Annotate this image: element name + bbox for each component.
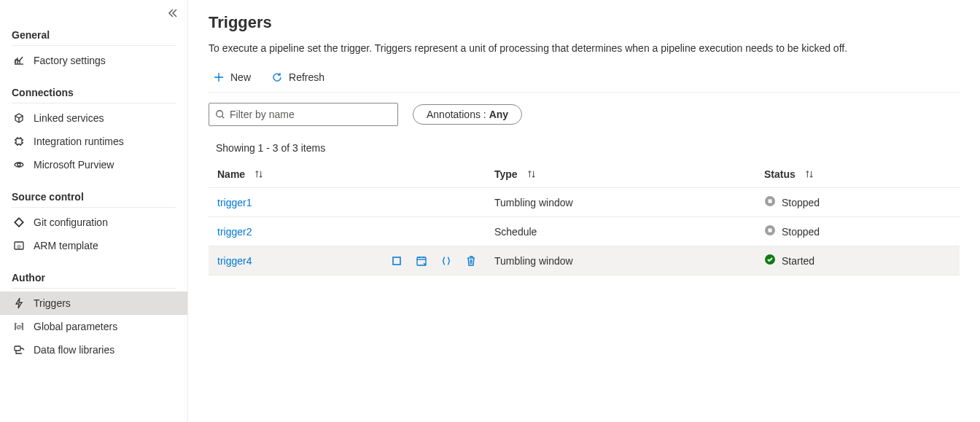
table-row[interactable]: trigger4 Tumbling windowStarted <box>209 246 960 276</box>
stopped-icon <box>764 195 776 209</box>
sort-icon <box>254 169 264 179</box>
svg-point-1 <box>18 163 20 166</box>
sidebar-item-label: Global parameters <box>34 321 117 332</box>
sidebar-item-global-parameters[interactable]: @ Global parameters <box>0 315 187 338</box>
divider <box>209 92 960 93</box>
sidebar-heading-general: General <box>12 29 176 41</box>
table-body: trigger1Tumbling windowStoppedtrigger2Sc… <box>209 188 960 276</box>
filter-input[interactable] <box>230 109 392 120</box>
delete-icon[interactable] <box>465 255 477 267</box>
divider <box>12 207 176 208</box>
sidebar-item-label: Integration runtimes <box>34 136 124 147</box>
annotations-filter[interactable]: Annotations : Any <box>413 104 522 125</box>
type-cell: Tumbling window <box>494 197 764 208</box>
cube-link-icon <box>12 112 26 124</box>
status-cell: Started <box>764 254 951 267</box>
svg-rect-10 <box>769 229 772 233</box>
status-cell: Stopped <box>764 224 951 238</box>
type-cell: Schedule <box>494 226 764 238</box>
divider <box>12 45 176 46</box>
started-icon <box>764 254 776 267</box>
sidebar-item-factory-settings[interactable]: Factory settings <box>0 49 187 72</box>
sidebar-item-label: Git configuration <box>34 216 108 228</box>
sidebar-item-git-configuration[interactable]: Git configuration <box>0 211 187 234</box>
svg-point-6 <box>217 111 223 117</box>
table-row[interactable]: trigger2ScheduleStopped <box>209 217 960 246</box>
sort-icon <box>526 169 537 179</box>
sidebar-item-triggers[interactable]: Triggers <box>0 292 187 315</box>
chart-icon <box>12 55 26 66</box>
svg-text:@: @ <box>16 324 22 330</box>
divider <box>12 103 176 103</box>
sidebar-item-label: Data flow libraries <box>34 344 114 356</box>
button-label: New <box>230 71 251 83</box>
table-row[interactable]: trigger1Tumbling windowStopped <box>209 188 960 217</box>
sidebar-item-linked-services[interactable]: Linked services <box>0 106 187 130</box>
sidebar-heading-connections: Connections <box>12 87 176 98</box>
dataflow-icon <box>12 344 26 356</box>
svg-text:@: @ <box>17 244 21 249</box>
status-cell: Stopped <box>764 195 951 209</box>
arm-icon: @ <box>12 240 26 251</box>
column-header-status[interactable]: Status <box>764 168 951 180</box>
params-icon: @ <box>12 321 26 332</box>
sidebar-item-arm-template[interactable]: @ ARM template <box>0 234 187 257</box>
annotations-value: Any <box>489 109 508 120</box>
sidebar-item-integration-runtimes[interactable]: Integration runtimes <box>0 130 187 153</box>
filter-box[interactable] <box>209 103 398 126</box>
column-label: Status <box>764 168 796 180</box>
page-title: Triggers <box>209 13 960 32</box>
divider <box>12 288 176 289</box>
runtime-icon <box>12 136 26 147</box>
type-cell: Tumbling window <box>494 255 764 267</box>
column-header-name[interactable]: Name <box>217 168 494 180</box>
stop-icon[interactable] <box>391 255 402 267</box>
stopped-icon <box>764 224 776 238</box>
svg-rect-0 <box>16 138 22 144</box>
search-icon <box>215 109 225 120</box>
sidebar-heading-author: Author <box>12 272 176 284</box>
sidebar-item-data-flow-libraries[interactable]: Data flow libraries <box>0 338 187 362</box>
sidebar-item-microsoft-purview[interactable]: Microsoft Purview <box>0 153 187 176</box>
svg-rect-5 <box>15 346 20 351</box>
trigger-name-link[interactable]: trigger1 <box>217 197 252 208</box>
table-header: Name Type Status <box>209 161 960 188</box>
refresh-icon <box>271 71 283 83</box>
trigger-name-link[interactable]: trigger2 <box>217 226 252 238</box>
filter-row: Annotations : Any <box>209 103 960 126</box>
plus-icon <box>213 71 225 83</box>
sidebar-item-label: Linked services <box>34 112 104 124</box>
column-label: Name <box>217 168 245 180</box>
button-label: Refresh <box>289 71 324 83</box>
sidebar-item-label: Factory settings <box>34 55 106 66</box>
trigger-name-link[interactable]: trigger4 <box>217 255 252 267</box>
sidebar-heading-source-control: Source control <box>12 191 176 203</box>
eye-icon <box>12 159 26 171</box>
code-icon[interactable] <box>440 255 452 267</box>
row-actions <box>391 255 477 267</box>
page-description: To execute a pipeline set the trigger. T… <box>209 42 960 54</box>
showing-text: Showing 1 - 3 of 3 items <box>209 142 960 154</box>
schedule-icon[interactable] <box>416 255 427 267</box>
sidebar-item-label: Microsoft Purview <box>34 159 114 171</box>
new-button[interactable]: New <box>209 69 255 86</box>
sidebar-item-label: Triggers <box>34 297 71 309</box>
annotations-label: Annotations : <box>427 109 489 120</box>
refresh-button[interactable]: Refresh <box>267 69 329 86</box>
column-label: Type <box>494 168 518 180</box>
column-header-type[interactable]: Type <box>494 168 764 180</box>
main-content: Triggers To execute a pipeline set the t… <box>188 0 980 422</box>
svg-rect-8 <box>769 200 772 203</box>
collapse-sidebar-icon[interactable] <box>167 7 179 21</box>
svg-rect-11 <box>393 257 400 265</box>
sidebar-item-label: ARM template <box>34 240 98 251</box>
sidebar: General Factory settings Connections Lin… <box>0 0 188 422</box>
git-icon <box>12 216 26 228</box>
bolt-icon <box>12 297 26 309</box>
toolbar: New Refresh <box>209 69 960 86</box>
sort-icon <box>804 169 814 179</box>
